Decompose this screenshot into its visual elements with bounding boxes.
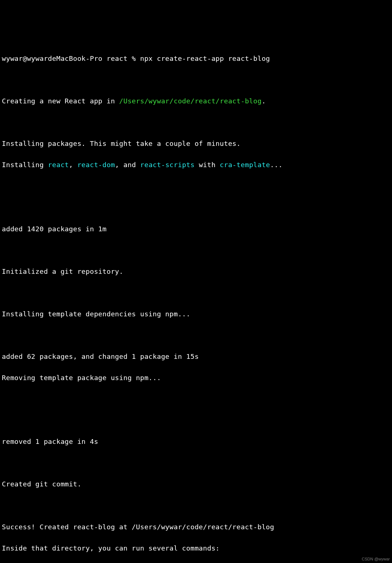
added-line-1: added 1420 packages in 1m [2, 224, 390, 234]
prompt-line-1: wywar@wywardeMacBook-Pro react % npx cre… [2, 53, 390, 64]
git-init-line: Initialized a git repository. [2, 266, 390, 277]
pkg-cra-template: cra-template [220, 161, 270, 169]
pkg-react-scripts: react-scripts [140, 161, 195, 169]
install-tpl-line: Installing template dependencies using n… [2, 309, 390, 319]
blank [2, 457, 390, 468]
blank [2, 245, 390, 255]
blank [2, 117, 390, 128]
terminal-output[interactable]: wywar@wywardeMacBook-Pro react % npx cre… [2, 43, 390, 563]
pkg-react-dom: react-dom [77, 161, 115, 169]
removed-line: removed 1 package in 4s [2, 436, 390, 447]
blank [2, 202, 390, 213]
install-msg-1: Installing packages. This might take a c… [2, 138, 390, 149]
blank [2, 415, 390, 426]
watermark: CSDN @wywar [362, 556, 390, 562]
remove-tpl-line: Removing template package using npm... [2, 372, 390, 383]
blank [2, 181, 390, 192]
creating-line: Creating a new React app in /Users/wywar… [2, 96, 390, 106]
blank [2, 287, 390, 298]
blank [2, 330, 390, 341]
success-line-2: Inside that directory, you can run sever… [2, 543, 390, 553]
success-line-1: Success! Created react-blog at /Users/wy… [2, 522, 390, 532]
install-pkgs-line: Installing react, react-dom, and react-s… [2, 159, 390, 170]
blank [2, 74, 390, 85]
added-line-2: added 62 packages, and changed 1 package… [2, 351, 390, 362]
project-path: /Users/wywar/code/react/react-blog [119, 97, 262, 105]
git-commit-line: Created git commit. [2, 479, 390, 489]
blank [2, 394, 390, 404]
blank [2, 500, 390, 511]
pkg-react: react [48, 161, 69, 169]
